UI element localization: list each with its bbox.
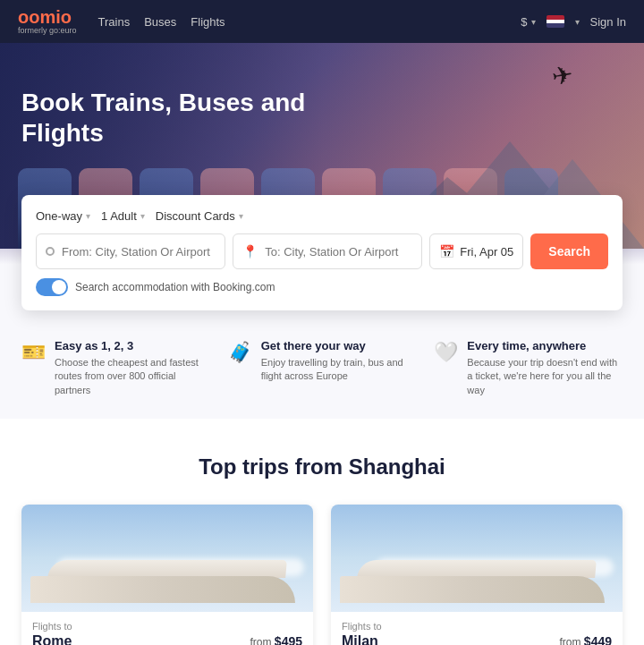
feature-2: 🧳 Get there your way Enjoy travelling by… [228,339,417,397]
date-picker[interactable]: 📅 Fri, Apr 05 [429,233,523,269]
feature-2-title: Get there your way [261,339,417,352]
trip-city-rome: Rome [32,633,72,645]
flag-chevron: ▾ [575,17,580,27]
logo: oomio formerly go:euro [18,8,77,35]
flights-to-rome: Flights to [32,621,302,632]
from-input[interactable] [62,245,216,259]
discount-selector[interactable]: Discount Cards ▾ [156,209,243,223]
top-trips-title: Top trips from Shanghai [21,454,623,480]
feature-2-content: Get there your way Enjoy travelling by t… [261,339,417,384]
wing-body-milan [340,576,605,603]
nav-trains[interactable]: Trains [98,15,131,29]
nav-links: Trains Buses Flights [98,15,521,29]
trip-city-milan: Milan [342,633,378,645]
hero-title: Book Trains, Buses and Flights [21,88,308,148]
accommodation-row: Search accommodation with Booking.com [36,278,608,296]
wing-body [30,576,295,603]
trip-bottom-rome: Rome from $495 [32,633,302,645]
trip-card-milan[interactable]: Flights to Milan from $449 [331,505,623,645]
logo-text: oomio [18,8,77,26]
feature-1-desc: Choose the cheapest and fastest routes f… [55,356,210,397]
currency-chevron: ▾ [531,17,536,27]
formerly-label: formerly go:euro [18,26,77,35]
passengers-chevron: ▾ [140,211,145,221]
search-button[interactable]: Search [530,233,608,269]
flag-icon[interactable] [547,15,564,28]
trip-type-selector[interactable]: One-way ▾ [36,209,90,223]
search-section: One-way ▾ 1 Adult ▾ Discount Cards ▾ 📍 📅… [21,195,623,310]
nav-right: $ ▾ ▾ Sign In [521,15,626,29]
trip-type-chevron: ▾ [86,211,90,221]
feature-1-title: Easy as 1, 2, 3 [55,339,210,352]
wing-milan [340,540,605,603]
accommodation-label: Search accommodation with Booking.com [75,281,275,293]
signin-button[interactable]: Sign In [590,15,626,29]
wing-surface [47,560,287,578]
search-row: 📍 📅 Fri, Apr 05 Search [36,233,608,269]
trip-price-rome: from $495 [250,634,303,645]
passengers-selector[interactable]: 1 Adult ▾ [101,209,145,223]
feature-3-title: Every time, anywhere [467,339,623,352]
discount-chevron: ▾ [239,211,243,221]
trip-card-rome[interactable]: Flights to Rome from $495 [21,505,313,645]
currency-selector[interactable]: $ ▾ [521,15,535,29]
to-pin-icon: 📍 [242,244,258,259]
flights-to-milan: Flights to [342,621,612,632]
from-dot-icon [46,247,55,256]
trips-grid: Flights to Rome from $495 [21,505,623,645]
feature-3-desc: Because your trip doesn't end with a tic… [467,356,623,397]
trip-img-milan [331,505,623,612]
feature-3-icon: 🤍 [434,341,458,364]
trip-img-rome [21,505,313,612]
navbar: oomio formerly go:euro Trains Buses Flig… [0,0,644,43]
accommodation-toggle[interactable] [36,278,68,296]
feature-2-desc: Enjoy travelling by train, bus and fligh… [261,356,417,384]
from-input-wrap[interactable] [36,233,225,269]
trip-price-milan: from $449 [560,634,613,645]
nav-flights[interactable]: Flights [191,15,225,29]
features-section: 🎫 Easy as 1, 2, 3 Choose the cheapest an… [0,310,644,419]
nav-buses[interactable]: Buses [144,15,176,29]
to-input-wrap[interactable]: 📍 [233,233,422,269]
wing-rome [30,540,295,603]
date-value: Fri, Apr 05 [460,245,513,259]
to-input[interactable] [265,245,412,259]
trip-info-rome: Flights to Rome from $495 [21,612,313,645]
top-trips-section: Top trips from Shanghai Flights to Rome [0,419,644,645]
feature-3: 🤍 Every time, anywhere Because your trip… [434,339,623,397]
wing-surface-milan [357,560,597,578]
feature-1-content: Easy as 1, 2, 3 Choose the cheapest and … [55,339,210,397]
feature-3-content: Every time, anywhere Because your trip d… [467,339,623,397]
trip-info-milan: Flights to Milan from $449 [331,612,623,645]
search-filters: One-way ▾ 1 Adult ▾ Discount Cards ▾ [36,209,608,223]
feature-2-icon: 🧳 [228,341,252,364]
trip-bottom-milan: Milan from $449 [342,633,612,645]
calendar-icon: 📅 [439,244,454,259]
feature-1: 🎫 Easy as 1, 2, 3 Choose the cheapest an… [21,339,210,397]
feature-1-icon: 🎫 [21,341,46,364]
